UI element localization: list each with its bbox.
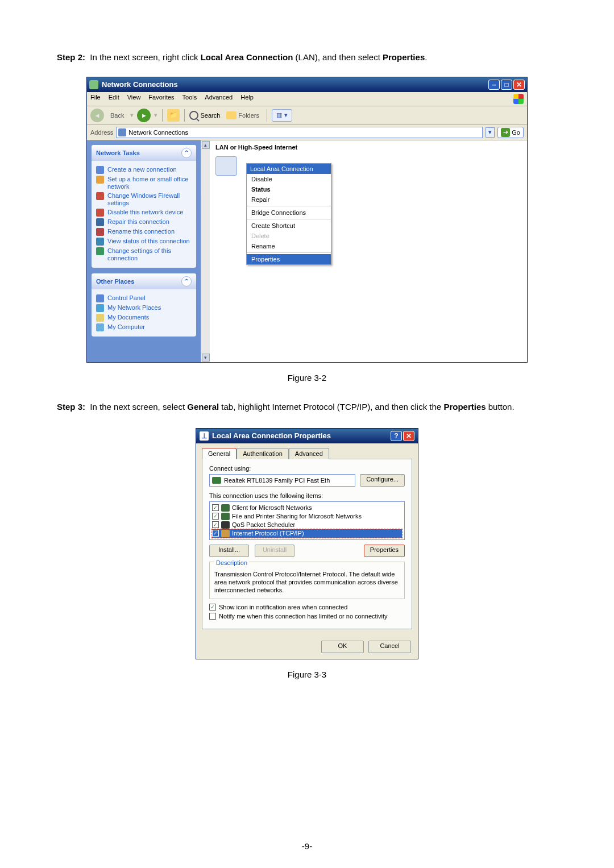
notify-checkbox[interactable]: ✓ Notify me when this connection has lim… — [209, 613, 405, 620]
configure-button[interactable]: Configure... — [360, 474, 405, 487]
properties-button[interactable]: Properties — [364, 545, 405, 557]
task-rename[interactable]: Rename this connection — [96, 228, 192, 236]
place-icon — [96, 323, 104, 331]
main-pane: LAN or High-Speed Internet Local Area Co… — [201, 140, 527, 362]
item-file-printer-sharing[interactable]: ✓ File and Printer Sharing for Microsoft… — [212, 512, 402, 521]
items-listbox[interactable]: ✓ Client for Microsoft Networks ✓ File a… — [209, 501, 405, 540]
close-button[interactable]: ✕ — [403, 431, 414, 441]
menu-advanced[interactable]: Advanced — [205, 94, 233, 104]
tab-general[interactable]: General — [202, 448, 237, 459]
place-my-computer[interactable]: My Computer — [96, 323, 192, 331]
lan-properties-dialog: ⊥ Local Area Connection Properties ? ✕ G… — [196, 428, 418, 660]
place-my-documents[interactable]: My Documents — [96, 314, 192, 322]
place-icon — [96, 314, 104, 322]
place-network-places[interactable]: My Network Places — [96, 304, 192, 312]
figure2-caption: Figure 3-2 — [57, 373, 557, 383]
menu-help[interactable]: Help — [240, 94, 254, 104]
tab-advanced[interactable]: Advanced — [289, 448, 329, 459]
other-places-header[interactable]: Other Places ⌃ — [92, 273, 196, 289]
network-connections-window: Network Connections – □ ✕ File Edit View… — [86, 77, 528, 363]
task-icon — [96, 247, 104, 255]
ctx-disable[interactable]: Disable — [247, 174, 331, 184]
back-label[interactable]: Back — [107, 111, 127, 120]
task-disable-device[interactable]: Disable this network device — [96, 209, 192, 217]
menubar: File Edit View Favorites Tools Advanced … — [87, 92, 527, 106]
task-icon — [96, 238, 104, 246]
place-icon — [96, 304, 104, 312]
items-label: This connection uses the following items… — [209, 492, 405, 499]
task-icon — [96, 209, 104, 217]
collapse-icon[interactable]: ⌃ — [181, 276, 192, 286]
toolbar: ◄ Back ▾ ► ▾ 📁 Search Folders ▥ ▾ — [87, 106, 527, 125]
maximize-button[interactable]: □ — [501, 80, 512, 90]
task-view-status[interactable]: View status of this connection — [96, 238, 192, 246]
menu-file[interactable]: File — [90, 94, 101, 104]
window-title: Network Connections — [102, 80, 488, 89]
menu-edit[interactable]: Edit — [109, 94, 119, 104]
adapter-name: Realtek RTL8139 Family PCI Fast Eth — [224, 477, 330, 484]
address-dropdown[interactable]: ▾ — [486, 127, 495, 138]
network-tasks-header[interactable]: Network Tasks ⌃ — [92, 145, 196, 161]
address-label: Address — [90, 129, 113, 136]
checkbox-icon[interactable]: ✓ — [212, 513, 219, 520]
ctx-shortcut[interactable]: Create Shortcut — [247, 221, 331, 231]
ok-button[interactable]: OK — [321, 641, 364, 653]
task-firewall[interactable]: Change Windows Firewall settings — [96, 192, 192, 207]
ctx-properties[interactable]: Properties — [247, 254, 331, 264]
menu-favorites[interactable]: Favorites — [148, 94, 174, 104]
install-button[interactable]: Install... — [209, 545, 249, 557]
step3-label: Step 3: — [57, 402, 85, 412]
item-icon — [221, 504, 230, 512]
tab-authentication[interactable]: Authentication — [237, 448, 289, 459]
address-field[interactable]: Network Connections — [116, 127, 483, 138]
collapse-icon[interactable]: ⌃ — [181, 148, 192, 158]
task-icon — [96, 166, 104, 174]
task-icon — [96, 218, 104, 226]
task-create-connection[interactable]: Create a new connection — [96, 166, 192, 174]
back-button[interactable]: ◄ — [90, 109, 104, 122]
ctx-bridge[interactable]: Bridge Connections — [247, 207, 331, 218]
forward-button[interactable]: ► — [137, 109, 151, 122]
close-button[interactable]: ✕ — [513, 80, 525, 90]
checkbox-icon[interactable]: ✓ — [212, 521, 219, 528]
folders-button[interactable]: Folders — [223, 110, 262, 121]
task-repair[interactable]: Repair this connection — [96, 218, 192, 226]
help-button[interactable]: ? — [391, 431, 402, 441]
ctx-status[interactable]: Status — [247, 184, 331, 194]
menu-view[interactable]: View — [127, 94, 141, 104]
up-button[interactable]: 📁 — [167, 109, 180, 122]
titlebar[interactable]: Network Connections – □ ✕ — [87, 77, 527, 92]
description-fieldset: Description Transmission Control Protoco… — [209, 562, 405, 600]
minimize-button[interactable]: – — [488, 80, 500, 90]
task-change-settings[interactable]: Change settings of this connection — [96, 247, 192, 262]
cancel-button[interactable]: Cancel — [368, 641, 411, 653]
views-button[interactable]: ▥ ▾ — [272, 109, 292, 122]
item-icon — [221, 513, 230, 520]
item-client-networks[interactable]: ✓ Client for Microsoft Networks — [212, 504, 402, 512]
item-tcpip[interactable]: ✓ Internet Protocol (TCP/IP) — [212, 529, 402, 538]
app-icon — [89, 80, 98, 89]
network-tasks-panel: Network Tasks ⌃ Create a new connection … — [92, 145, 196, 268]
ctx-rename[interactable]: Rename — [247, 241, 331, 251]
page-number: -9- — [0, 841, 614, 851]
place-control-panel[interactable]: Control Panel — [96, 294, 192, 302]
item-qos-scheduler[interactable]: ✓ QoS Packet Scheduler — [212, 521, 402, 529]
dialog-title: Local Area Connection Properties — [212, 431, 391, 440]
checkbox-icon[interactable]: ✓ — [212, 530, 219, 537]
search-button[interactable]: Search — [189, 111, 220, 120]
go-button[interactable]: ➔ Go — [497, 127, 524, 138]
ctx-repair[interactable]: Repair — [247, 194, 331, 205]
place-icon — [96, 294, 104, 302]
address-bar: Address Network Connections ▾ ➔ Go — [87, 125, 527, 140]
windows-logo-icon — [513, 94, 524, 104]
dialog-icon: ⊥ — [200, 431, 209, 441]
task-setup-network[interactable]: Set up a home or small office network — [96, 176, 192, 190]
show-icon-checkbox[interactable]: ✓ Show icon in notification area when co… — [209, 604, 405, 610]
checkbox-icon[interactable]: ✓ — [209, 604, 216, 610]
menu-tools[interactable]: Tools — [182, 94, 197, 104]
item-icon — [221, 530, 230, 537]
description-text: Transmission Control Protocol/Internet P… — [214, 570, 400, 595]
checkbox-icon[interactable]: ✓ — [209, 613, 216, 620]
dialog-titlebar[interactable]: ⊥ Local Area Connection Properties ? ✕ — [196, 429, 418, 443]
checkbox-icon[interactable]: ✓ — [212, 504, 219, 511]
